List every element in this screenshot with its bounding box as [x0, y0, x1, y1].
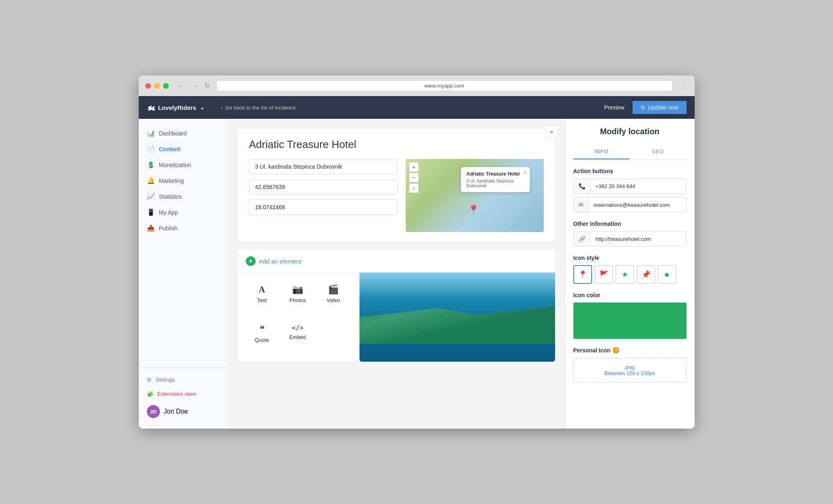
element-picker: A Text 📷 Photos 🎬 Video	[238, 272, 359, 362]
phone-input-group: 📞	[573, 178, 687, 194]
element-item-text[interactable]: A Text	[246, 279, 278, 316]
element-item-photos[interactable]: 📷 Photos	[282, 279, 314, 316]
element-item-video[interactable]: 🎬 Video	[317, 279, 350, 316]
map-popup-close-button[interactable]: ×	[523, 169, 527, 176]
back-label: Go back to the list of locations	[225, 105, 295, 111]
brand[interactable]: 🏍 LovelyRiders ⌄	[147, 103, 205, 112]
preview-button[interactable]: Preview	[596, 101, 633, 114]
map-zoom-in-button[interactable]: +	[409, 162, 419, 172]
add-element-section: + Add an element A Text 📷 Photos	[238, 250, 555, 362]
extensions-icon: 🧩	[147, 391, 153, 397]
maximize-button[interactable]	[163, 83, 169, 89]
browser-menu-icon[interactable]: ⋮	[681, 81, 688, 90]
element-label-embed: Embed	[289, 334, 306, 340]
tab-seo[interactable]: SEO	[630, 144, 687, 159]
browser-window: ← → ↻ www.myapp.com ⋮ 🏍 LovelyRiders ⌄ ‹…	[139, 75, 695, 429]
personal-icon-upload[interactable]: .png, Between 150 x 150px	[573, 358, 687, 383]
update-now-button[interactable]: ↻ Update now	[633, 101, 687, 114]
map-popup: × Adriatic Treasure Hotel 3 Ul. kardinal…	[461, 167, 530, 192]
icon-style-pin[interactable]: 📍	[573, 265, 592, 284]
action-buttons-label: Action buttons	[573, 168, 687, 174]
icon-style-label: Icon style	[573, 255, 687, 261]
phone-input[interactable]	[591, 179, 686, 193]
browser-nav: ← → ↻	[177, 81, 211, 90]
address-bar[interactable]: www.myapp.com	[216, 80, 673, 91]
add-element-header[interactable]: + Add an element	[238, 250, 555, 272]
element-item-embed[interactable]: </> Embed	[282, 319, 314, 356]
sidebar-item-marketing[interactable]: 🔔 Marketing	[139, 173, 228, 189]
photos-element-icon: 📷	[292, 284, 303, 295]
content-area: » Adriatic Treasure Hotel	[228, 119, 565, 429]
tab-info[interactable]: INFO	[573, 144, 630, 159]
map-zoom-out-button[interactable]: −	[409, 173, 419, 182]
settings-label: Settings	[156, 377, 175, 383]
icon-style-flag[interactable]: 🚩	[594, 265, 613, 284]
brand-label: LovelyRiders	[158, 104, 196, 111]
add-element-label: Add an element	[259, 258, 301, 265]
element-label-video: Video	[327, 297, 340, 303]
back-to-list-button[interactable]: ‹ Go back to the list of locations	[221, 105, 296, 111]
video-element-icon: 🎬	[328, 284, 339, 295]
brand-icon: 🏍	[147, 103, 155, 112]
image-preview	[359, 272, 555, 362]
map-fullscreen-button[interactable]: ⤢	[409, 183, 419, 193]
location-card: Adriatic Treasure Hotel + −	[238, 129, 555, 242]
longitude-input[interactable]	[249, 199, 398, 215]
icon-style-star[interactable]: ★	[616, 265, 634, 284]
personal-icon-help-icon[interactable]: ?	[613, 347, 619, 354]
myapp-icon: 📱	[147, 208, 155, 216]
icon-color-section: Icon color	[573, 292, 687, 339]
sidebar-item-label: Monetization	[159, 162, 191, 168]
embed-element-icon: </>	[292, 324, 303, 332]
add-element-plus-icon: +	[246, 256, 256, 266]
latitude-input[interactable]	[249, 179, 398, 195]
icon-style-grid: 📍 🚩 ★ 📌 ●	[573, 265, 687, 284]
user-profile[interactable]: JD Jon Doe	[139, 401, 228, 422]
email-icon: ✉	[574, 197, 589, 212]
website-input[interactable]	[591, 232, 686, 246]
sidebar-item-statistics[interactable]: 📈 Statistics	[139, 189, 228, 204]
address-input[interactable]	[249, 159, 398, 174]
email-input-group: ✉	[573, 197, 687, 212]
back-chevron-icon: ‹	[221, 105, 223, 111]
element-item-quote[interactable]: ❝ Quote	[246, 319, 278, 356]
icon-style-pushpin[interactable]: 📌	[637, 265, 655, 284]
refresh-nav-button[interactable]: ↻	[203, 81, 211, 90]
sidebar-item-content[interactable]: 📄 Content	[139, 141, 228, 157]
collapse-panel-button[interactable]: »	[545, 125, 558, 138]
sidebar-item-label: Dashboard	[159, 130, 187, 137]
panel-title: Modify location	[573, 127, 687, 136]
icon-color-swatch[interactable]	[573, 302, 687, 339]
email-input[interactable]	[589, 198, 686, 212]
website-input-group: 🔗	[573, 231, 687, 247]
sidebar-item-myapp[interactable]: 📱 My App	[139, 204, 228, 220]
element-label-quote: Quote	[255, 337, 269, 343]
map-controls: + − ⤢	[409, 162, 419, 193]
sidebar-item-dashboard[interactable]: 📊 Dashboard	[139, 125, 228, 141]
personal-icon-hint: .png,	[580, 364, 680, 370]
other-info-section: Other information 🔗	[573, 221, 687, 247]
sidebar-item-extensions[interactable]: 🧩 Extensions store	[139, 387, 228, 401]
icon-style-circle[interactable]: ●	[658, 265, 676, 284]
minimize-button[interactable]	[154, 83, 160, 89]
form-fields	[249, 159, 398, 215]
sidebar-bottom: ⚙ Settings 🧩 Extensions store JD Jon Doe	[139, 367, 228, 422]
map-container: + − ⤢ × Adriatic Treasure Hotel 3 Ul. ka…	[406, 159, 544, 232]
sidebar-item-publish[interactable]: 📤 Publish	[139, 220, 228, 236]
sidebar-item-label: Marketing	[159, 178, 184, 184]
sidebar-item-label: Content	[159, 146, 181, 152]
sidebar-item-label: My App	[159, 209, 178, 216]
forward-nav-button[interactable]: →	[190, 81, 200, 90]
sidebar: 📊 Dashboard 📄 Content 💲 Monetization 🔔 M…	[139, 119, 228, 429]
map-popup-title: Adriatic Treasure Hotel	[467, 171, 524, 177]
text-element-icon: A	[259, 284, 265, 295]
extensions-label: Extensions store	[157, 391, 196, 397]
close-button[interactable]	[145, 83, 151, 89]
quote-element-icon: ❝	[260, 324, 265, 335]
user-name: Jon Doe	[164, 408, 188, 415]
back-nav-button[interactable]: ←	[177, 81, 187, 90]
marketing-icon: 🔔	[147, 177, 155, 184]
sidebar-item-settings[interactable]: ⚙ Settings	[139, 373, 228, 387]
map-background: + − ⤢ × Adriatic Treasure Hotel 3 Ul. ka…	[406, 159, 544, 232]
sidebar-item-monetization[interactable]: 💲 Monetization	[139, 157, 228, 173]
